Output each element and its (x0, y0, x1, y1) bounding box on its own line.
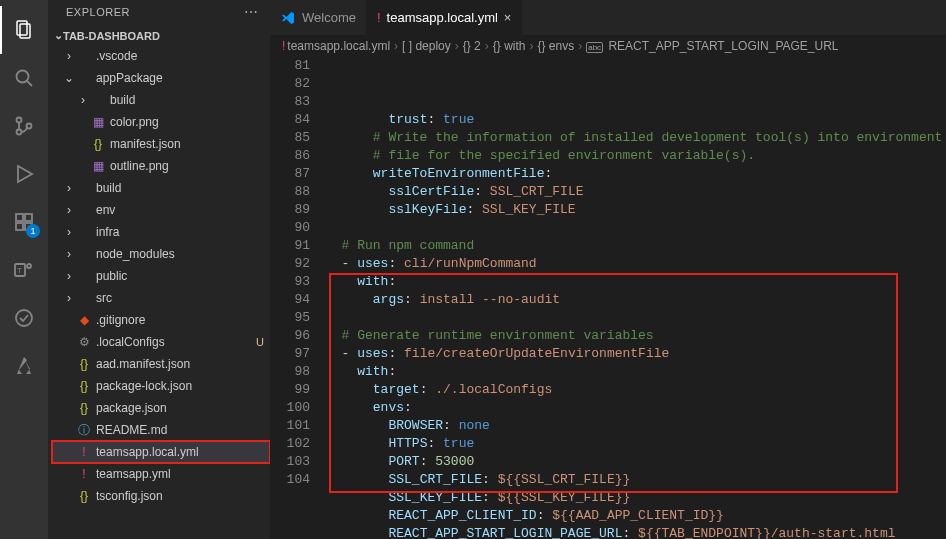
tree-label: src (96, 291, 264, 305)
tree-label: build (110, 93, 264, 107)
tree-item[interactable]: ›node_modules (52, 243, 270, 265)
md-icon: ⓘ (76, 422, 92, 438)
breadcrumb-item[interactable]: abc REACT_APP_START_LOGIN_PAGE_URL (586, 39, 838, 53)
tree-item[interactable]: ⚙.localConfigsU (52, 331, 270, 353)
tree-item[interactable]: {}package-lock.json (52, 375, 270, 397)
tree-item[interactable]: !teamsapp.yml (52, 463, 270, 485)
chevron-icon: › (62, 181, 76, 195)
tab-bar: Welcome!teamsapp.local.yml× (270, 0, 946, 35)
close-icon[interactable]: × (504, 10, 512, 25)
chevron-icon: › (62, 269, 76, 283)
chevron-icon: › (62, 225, 76, 239)
chevron-icon: › (76, 93, 90, 107)
section-title[interactable]: ⌄ TAB-DASHBOARD (48, 26, 270, 45)
tree-label: aad.manifest.json (96, 357, 264, 371)
run-debug-icon[interactable] (0, 150, 48, 198)
tree-label: teamsapp.yml (96, 467, 264, 481)
folder-icon (90, 92, 106, 108)
sidebar-header: EXPLORER ⋯ (48, 0, 270, 24)
tab[interactable]: !teamsapp.local.yml× (367, 0, 523, 35)
tree-label: public (96, 269, 264, 283)
tab-label: Welcome (302, 10, 356, 25)
chevron-icon: › (62, 247, 76, 261)
editor[interactable]: 8182838485868788899091929394959697989910… (270, 57, 946, 539)
tree-item[interactable]: ›public (52, 265, 270, 287)
tree-item[interactable]: ›env (52, 199, 270, 221)
folder-icon (76, 70, 92, 86)
tree-label: manifest.json (110, 137, 264, 151)
vscode-icon (280, 10, 296, 26)
breadcrumb-item[interactable]: {} envs (538, 39, 575, 53)
git-icon: ◆ (76, 312, 92, 328)
tree-item[interactable]: ⓘREADME.md (52, 419, 270, 441)
file-tree: ›.vscode⌄appPackage›build▦color.png{}man… (48, 45, 270, 507)
folder-icon (76, 268, 92, 284)
svg-rect-1 (20, 24, 30, 38)
folder-icon (76, 246, 92, 262)
extensions-icon[interactable]: 1 (0, 198, 48, 246)
tree-label: .vscode (96, 49, 264, 63)
tree-item[interactable]: ›build (52, 177, 270, 199)
source-control-icon[interactable] (0, 102, 48, 150)
sidebar-title: EXPLORER (66, 6, 130, 18)
tree-item[interactable]: ›.vscode (52, 45, 270, 67)
tree-label: infra (96, 225, 264, 239)
tree-item[interactable]: ▦outline.png (52, 155, 270, 177)
tree-item[interactable]: ›src (52, 287, 270, 309)
json-icon: {} (76, 400, 92, 416)
tree-item[interactable]: !teamsapp.local.yml (52, 441, 270, 463)
chevron-icon: ⌄ (62, 71, 76, 85)
tree-item[interactable]: ›infra (52, 221, 270, 243)
breadcrumb-item[interactable]: !teamsapp.local.yml (282, 39, 390, 53)
svg-rect-7 (16, 214, 23, 221)
tree-item[interactable]: {}package.json (52, 397, 270, 419)
svg-point-2 (17, 71, 29, 83)
chevron-icon: › (62, 203, 76, 217)
img-icon: ▦ (90, 114, 106, 130)
chevron-icon: › (62, 49, 76, 63)
breadcrumb[interactable]: !teamsapp.local.yml›[ ] deploy›{} 2›{} w… (270, 35, 946, 57)
code-area[interactable]: trust: true # Write the information of i… (326, 57, 946, 539)
tree-item[interactable]: {}manifest.json (52, 133, 270, 155)
tree-label: appPackage (96, 71, 264, 85)
breadcrumb-item[interactable]: {} 2 (463, 39, 481, 53)
tree-label: package.json (96, 401, 264, 415)
tree-item[interactable]: ›build (52, 89, 270, 111)
json-icon: {} (90, 136, 106, 152)
tree-label: .gitignore (96, 313, 264, 327)
yml-icon: ! (282, 39, 285, 53)
svg-point-13 (27, 264, 31, 268)
tree-label: build (96, 181, 264, 195)
json-icon: {} (76, 488, 92, 504)
svg-rect-10 (25, 214, 32, 221)
str-icon: abc (586, 42, 603, 53)
svg-line-3 (27, 81, 32, 86)
more-icon[interactable]: ⋯ (244, 4, 259, 20)
tab[interactable]: Welcome (270, 0, 367, 35)
tree-item[interactable]: ◆.gitignore (52, 309, 270, 331)
tree-label: color.png (110, 115, 264, 129)
sidebar: EXPLORER ⋯ ⌄ TAB-DASHBOARD ›.vscode⌄appP… (48, 0, 270, 539)
yml-icon: ! (76, 444, 92, 460)
explorer-icon[interactable] (0, 6, 48, 54)
json-icon: {} (76, 356, 92, 372)
cfg-icon: ⚙ (76, 334, 92, 350)
tree-label: outline.png (110, 159, 264, 173)
tree-label: teamsapp.local.yml (96, 445, 264, 459)
tree-item[interactable]: ▦color.png (52, 111, 270, 133)
tree-item[interactable]: ⌄appPackage (52, 67, 270, 89)
tree-item[interactable]: {}tsconfig.json (52, 485, 270, 507)
svg-point-14 (16, 310, 32, 326)
search-icon[interactable] (0, 54, 48, 102)
activity-bar: 1 T (0, 0, 48, 539)
yml-icon: ! (377, 10, 381, 25)
folder-icon (76, 290, 92, 306)
breadcrumb-item[interactable]: {} with (493, 39, 526, 53)
gutter: 8182838485868788899091929394959697989910… (270, 57, 326, 539)
testing-icon[interactable] (0, 294, 48, 342)
tree-item[interactable]: {}aad.manifest.json (52, 353, 270, 375)
breadcrumb-item[interactable]: [ ] deploy (402, 39, 451, 53)
svg-rect-8 (16, 223, 23, 230)
azure-icon[interactable] (0, 342, 48, 390)
teams-icon[interactable]: T (0, 246, 48, 294)
